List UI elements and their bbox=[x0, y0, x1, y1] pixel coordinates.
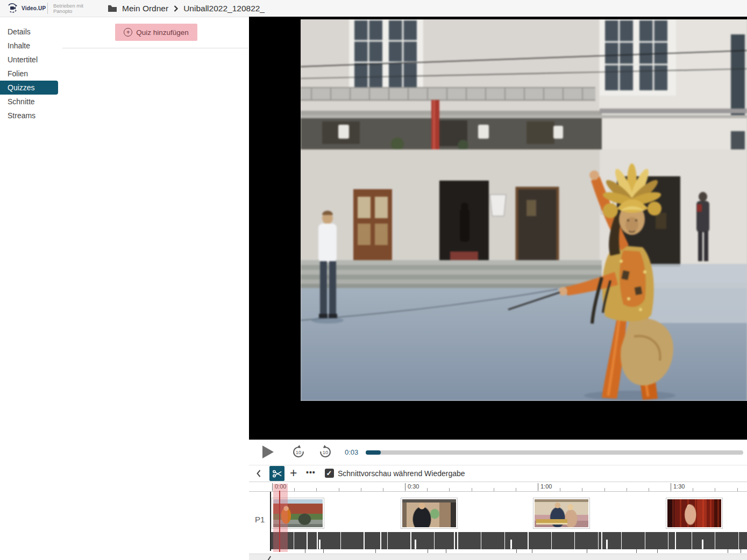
collapse-panel-icon[interactable] bbox=[255, 469, 262, 478]
quiz-panel-separator bbox=[62, 48, 248, 48]
track-label: P1 bbox=[255, 515, 265, 524]
breadcrumb-folder[interactable]: Mein Ordner bbox=[122, 4, 168, 13]
add-quiz-label: Quiz hinzufügen bbox=[136, 28, 189, 37]
progress-fill bbox=[366, 450, 381, 455]
ruler-label-3: 1:30 bbox=[673, 484, 685, 490]
logo-text: Video.UP bbox=[22, 5, 46, 11]
timeline-ruler[interactable]: 0:00 0:30 1:00 1:30 bbox=[249, 482, 747, 492]
timeline-scroll-strip[interactable] bbox=[249, 554, 747, 560]
sidebar-item-folien[interactable]: Folien bbox=[0, 67, 58, 81]
sidebar-nav: Details Inhalte Untertitel Folien Quizze… bbox=[0, 25, 59, 123]
sidebar-item-untertitel[interactable]: Untertitel bbox=[0, 53, 58, 67]
header-divider bbox=[47, 3, 48, 14]
current-time: 0:03 bbox=[345, 448, 358, 456]
video-up-logo-icon bbox=[6, 2, 18, 14]
skip-back-10-icon[interactable]: 10 bbox=[291, 444, 306, 460]
audio-waveform-tail bbox=[271, 549, 747, 553]
timeline-editor: 0:00 0:30 1:00 1:30 P1 bbox=[249, 482, 747, 554]
ruler-label-1: 0:30 bbox=[408, 484, 419, 490]
skip-forward-10-icon[interactable]: 10 bbox=[318, 444, 333, 460]
playhead[interactable] bbox=[279, 491, 280, 552]
player-controls: 10 10 0:03 bbox=[249, 440, 747, 465]
sidebar-item-inhalte[interactable]: Inhalte bbox=[0, 39, 58, 53]
play-button[interactable] bbox=[262, 446, 274, 458]
plus-circle-icon bbox=[124, 28, 132, 37]
more-options-icon[interactable] bbox=[306, 465, 316, 482]
cut-tool-button[interactable] bbox=[269, 466, 284, 481]
timeline-thumbnail-4[interactable] bbox=[666, 498, 723, 529]
cut-selection-region[interactable] bbox=[273, 484, 288, 552]
powered-by-panopto: Betrieben mit Panopto bbox=[53, 3, 83, 14]
video-editor-app: Video.UP Betrieben mit Panopto Mein Ordn… bbox=[0, 0, 747, 560]
timeline-thumbnail-2[interactable] bbox=[401, 498, 458, 529]
scroll-handle[interactable] bbox=[267, 556, 271, 560]
cut-preview-label: Schnittvorschau während Wiedergabe bbox=[338, 465, 465, 482]
timeline-thumbnail-3[interactable] bbox=[533, 498, 590, 529]
sidebar-item-quizzes[interactable]: Quizzes bbox=[0, 81, 58, 95]
audio-waveform[interactable] bbox=[271, 532, 747, 549]
sidebar-item-details[interactable]: Details bbox=[0, 25, 58, 39]
svg-text:10: 10 bbox=[296, 450, 301, 455]
sidebar-item-streams[interactable]: Streams bbox=[0, 109, 58, 123]
svg-text:10: 10 bbox=[323, 450, 328, 455]
chevron-right-icon bbox=[173, 4, 179, 13]
add-quiz-button[interactable]: Quiz hinzufügen bbox=[115, 24, 197, 41]
folder-icon bbox=[108, 4, 117, 12]
progress-bar[interactable] bbox=[366, 450, 743, 455]
top-bar: Video.UP Betrieben mit Panopto Mein Ordn… bbox=[0, 0, 747, 17]
video-frame[interactable] bbox=[301, 19, 747, 401]
cut-preview-checkbox[interactable] bbox=[325, 469, 334, 478]
video-scene bbox=[301, 19, 747, 401]
sidebar-item-schnitte[interactable]: Schnitte bbox=[0, 95, 58, 109]
ruler-label-2: 1:00 bbox=[540, 484, 552, 490]
breadcrumb: Mein Ordner Uniball2022_120822_ bbox=[108, 0, 265, 17]
app-logo[interactable]: Video.UP bbox=[6, 2, 46, 14]
scissors-icon bbox=[272, 469, 282, 479]
breadcrumb-session-title: Uniball2022_120822_ bbox=[183, 4, 265, 13]
video-player-area bbox=[249, 17, 747, 440]
add-stream-icon[interactable] bbox=[290, 465, 297, 482]
edit-toolbar: Schnittvorschau während Wiedergabe bbox=[249, 465, 747, 482]
